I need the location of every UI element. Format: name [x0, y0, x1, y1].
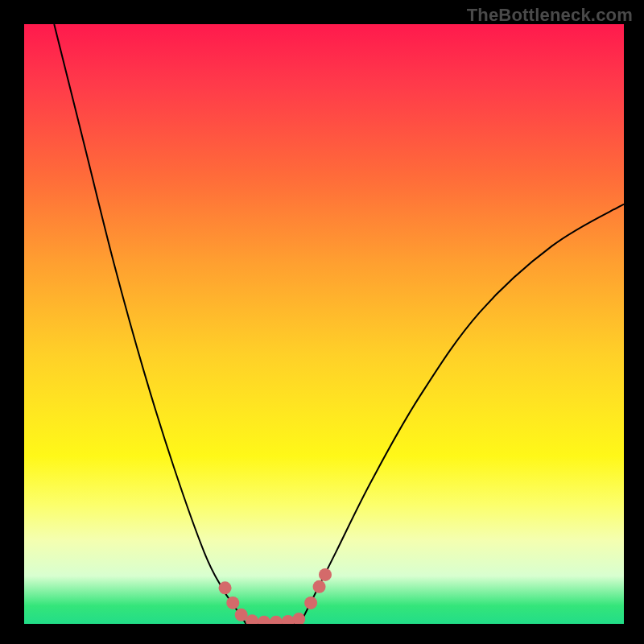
highlight-dot	[226, 597, 239, 609]
chart-frame: TheBottleneck.com	[0, 0, 644, 644]
highlight-dot	[219, 581, 232, 594]
curve-overlay	[24, 24, 624, 624]
highlight-dot	[235, 609, 248, 621]
highlight-dot	[292, 613, 305, 624]
watermark-text: TheBottleneck.com	[467, 5, 633, 26]
highlight-dot	[304, 597, 317, 609]
plot-area	[24, 24, 624, 624]
highlight-dot	[270, 616, 283, 624]
highlight-dot	[313, 580, 326, 593]
right-branch-curve	[300, 204, 624, 625]
highlight-dot	[319, 568, 332, 581]
highlight-dot	[258, 616, 270, 624]
left-branch-curve	[54, 24, 246, 624]
